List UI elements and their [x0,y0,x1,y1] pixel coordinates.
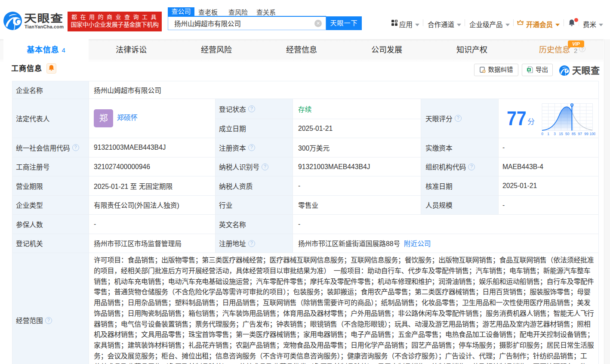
svg-text:99: 99 [584,132,588,136]
svg-text:100: 100 [589,132,595,136]
svg-text:1: 1 [547,132,549,136]
svg-text:3: 3 [554,132,556,136]
svg-text:97: 97 [578,132,582,136]
svg-text:85: 85 [572,132,576,136]
svg-text:15: 15 [559,132,563,136]
svg-text:50: 50 [565,132,570,136]
svg-text:0: 0 [541,132,543,136]
